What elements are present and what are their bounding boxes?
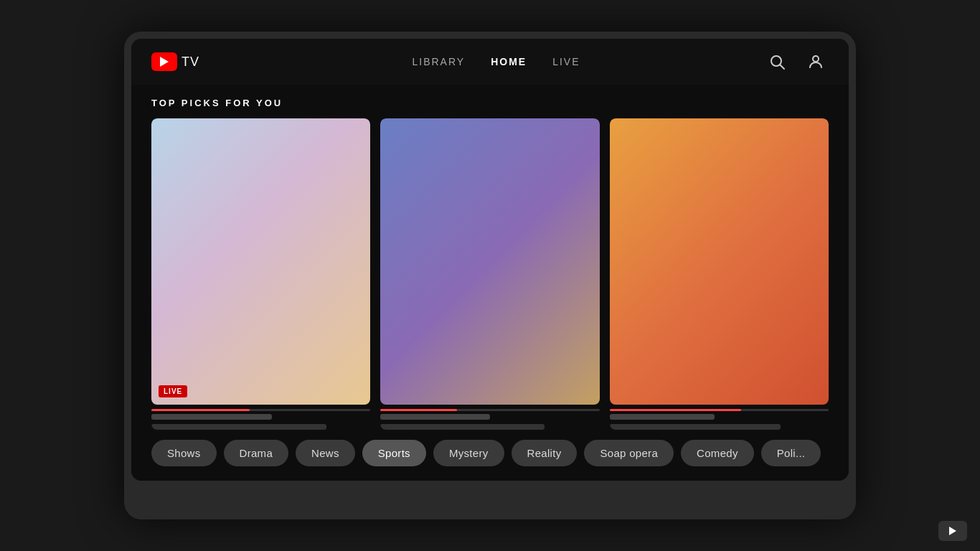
pill-soap-opera[interactable]: Soap opera [584, 440, 674, 466]
card-1-meta-line2 [151, 424, 326, 430]
card-2[interactable] [380, 118, 599, 430]
card-1-thumbnail: LIVE [151, 118, 370, 405]
category-row: Shows Drama News Sports Mystery Reality … [151, 440, 829, 471]
card-2-meta-line2 [380, 424, 545, 430]
pill-news[interactable]: News [296, 440, 355, 466]
user-icon [807, 53, 824, 70]
card-2-progress-bg [380, 409, 599, 411]
card-2-thumbnail [380, 118, 599, 405]
logo-area: TV [151, 52, 199, 71]
card-3[interactable] [610, 118, 829, 430]
logo-tv-text: TV [182, 55, 199, 70]
pill-politics[interactable]: Poli... [761, 440, 821, 466]
tv-stand-neck [461, 481, 519, 501]
card-3-progress-fill [610, 409, 741, 411]
live-badge: LIVE [159, 385, 187, 397]
card-3-meta-line2 [610, 424, 781, 430]
card-1-meta-line1 [151, 414, 272, 420]
search-icon [768, 53, 786, 70]
card-1-progress-bg [151, 409, 370, 411]
card-1-progress-fill [151, 409, 250, 411]
pill-mystery[interactable]: Mystery [433, 440, 504, 466]
play-triangle [160, 57, 169, 67]
tv-stand-base [411, 501, 569, 512]
card-3-progress-bg [610, 409, 829, 411]
svg-line-1 [781, 65, 785, 70]
main-content: TOP PICKS FOR YOU LIVE [131, 85, 849, 481]
nav-icons [764, 49, 829, 75]
section-title: TOP PICKS FOR YOU [151, 98, 829, 108]
card-3-thumbnail [610, 118, 829, 405]
tv-screen: TV LIBRARY HOME LIVE [131, 39, 849, 481]
card-1[interactable]: LIVE [151, 118, 370, 430]
yt-watermark-play [949, 527, 956, 535]
nav-links: LIBRARY HOME LIVE [228, 56, 764, 67]
pill-sports[interactable]: Sports [362, 440, 426, 466]
nav-home[interactable]: HOME [491, 56, 527, 67]
card-2-progress-fill [380, 409, 457, 411]
pill-shows[interactable]: Shows [151, 440, 217, 466]
nav-live[interactable]: LIVE [552, 56, 580, 67]
card-3-meta-line1 [610, 414, 715, 420]
user-profile-button[interactable] [803, 49, 829, 75]
youtube-logo-icon [151, 52, 177, 71]
card-3-progress-container [610, 409, 829, 430]
cards-row: LIVE [151, 118, 829, 430]
pill-reality[interactable]: Reality [512, 440, 578, 466]
pill-drama[interactable]: Drama [224, 440, 289, 466]
yt-watermark [938, 521, 967, 541]
nav-bar: TV LIBRARY HOME LIVE [131, 39, 849, 85]
pill-comedy[interactable]: Comedy [681, 440, 754, 466]
card-2-meta-line1 [380, 414, 490, 420]
svg-point-2 [813, 56, 819, 62]
card-1-progress-container [151, 409, 370, 430]
card-2-progress-container [380, 409, 599, 430]
nav-library[interactable]: LIBRARY [412, 56, 465, 67]
tv-frame: TV LIBRARY HOME LIVE [124, 32, 856, 519]
search-button[interactable] [764, 49, 790, 75]
